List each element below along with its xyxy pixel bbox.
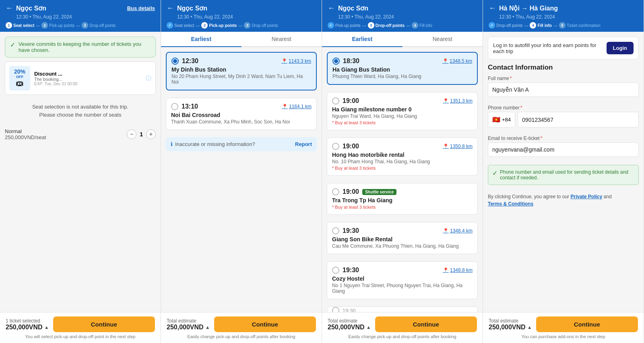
private-policy-link[interactable]: Private Policy — [570, 194, 602, 199]
panel2-estimate-label: Total estimate — [167, 318, 210, 324]
step1-label: Seat select — [13, 23, 34, 28]
radio-1 — [171, 58, 179, 65]
vexere-notice: ✓ Vexere commits to keeping the number o… — [5, 37, 156, 58]
bus-details-link[interactable]: Bus details — [127, 5, 155, 11]
login-prompt: Log in to autofill your info and earn po… — [488, 37, 639, 60]
flag-icon: 🇻🇳 — [492, 116, 500, 123]
check-notice-icon: ✓ — [492, 169, 497, 177]
dropoff-location-6[interactable]: 19:30 📍1348.8 km Cozy Hostel No 1 Nguyen… — [327, 261, 478, 299]
panel1-chevron[interactable]: ▲ — [44, 325, 49, 330]
country-code: +84 — [502, 117, 511, 123]
dropoff5-time: 19:30 — [343, 227, 359, 234]
panel4-continue-btn[interactable]: Continue — [536, 316, 638, 332]
panel4-chevron[interactable]: ▲ — [527, 325, 532, 330]
step3-fillinfo-circle: 4 — [412, 22, 418, 29]
step2-dropoff: 3 Drop-off points — [244, 22, 278, 29]
pickup-location-2[interactable]: 13:10 📍1164.1 km Noi Bai Crossroad Thanh… — [166, 98, 317, 130]
decrease-seat-btn[interactable]: − — [127, 129, 136, 139]
login-button[interactable]: Login — [607, 42, 634, 54]
panel4-title: Hà Nội → Hà Giang — [499, 4, 558, 12]
panel1-header: ← Ngọc Sơn Bus details 12:30 • Thu, Aug … — [0, 0, 161, 32]
panel3-continue-btn[interactable]: Continue — [375, 316, 477, 332]
dropoff-location-4[interactable]: 19:00 Shuttle service Tra Trong Tp Ha Gi… — [327, 183, 478, 215]
phone-input[interactable] — [518, 112, 639, 127]
step4-confirm: 5 Ticket confirmation — [559, 22, 601, 29]
panel1-price: 250,000VND — [6, 324, 43, 331]
panel2-chevron[interactable]: ▲ — [205, 325, 210, 330]
back-button-1[interactable]: ← — [6, 4, 13, 12]
back-button-3[interactable]: ← — [328, 4, 335, 12]
pin-icon-d2: 📍 — [443, 98, 449, 104]
phone-country-selector[interactable]: 🇻🇳 +84 — [488, 112, 515, 127]
dropoff2-name: Ha Giang milestone number 0 — [332, 106, 473, 113]
policy-text-block: By clicking Continue, you agree to our P… — [488, 193, 639, 207]
panel2-steps: ✓ Seat select — 2 Pick-up points — 3 Dro… — [167, 22, 316, 29]
step4-dropoff-label: Drop-off points — [496, 23, 522, 28]
tab-nearest-2[interactable]: Nearest — [242, 32, 322, 47]
dropoff-location-3[interactable]: 19:00 📍1350.8 km Hong Hao motorbike rent… — [327, 138, 478, 176]
dropoff2-min: * Buy at least 3 tickets — [332, 120, 473, 125]
seat-stepper: − 1 + — [127, 129, 156, 139]
pin-icon-d6: 📍 — [443, 267, 449, 273]
dropoff-location-2[interactable]: 19:00 📍1351.3 km Ha Giang milestone numb… — [327, 92, 478, 130]
email-input[interactable] — [488, 142, 639, 157]
panel3-tabs: Earliest Nearest — [322, 32, 483, 47]
panel4-subtitle: 12:30 • Thu, Aug 22, 2024 — [499, 14, 638, 20]
loc2-dist: 📍1164.1 km — [282, 104, 312, 109]
step3-fillinfo-label: Fill info — [419, 23, 432, 28]
step4-confirm-label: Ticket confirmation — [567, 23, 601, 28]
tab-nearest-3[interactable]: Nearest — [402, 32, 483, 47]
dropoff-radio-4 — [332, 188, 339, 195]
shuttle-badge: Shuttle service — [362, 189, 396, 195]
dropoff5-dist: 📍1348.4 km — [443, 228, 473, 234]
step2-circle: 2 — [41, 22, 48, 29]
discount-off: OFF — [12, 75, 28, 79]
phone-email-notice: ✓ Phone number and email used for sendin… — [488, 165, 639, 185]
phone-label: Phone number * — [488, 105, 639, 111]
panel2-subtitle: 12:30 • Thu, Aug 22, 2024 — [177, 14, 316, 20]
discount-badge: 20% OFF 🎟 — [9, 66, 30, 90]
panel3-subtitle: 12:30 • Thu, Aug 22, 2024 — [338, 14, 477, 20]
dropoff-radio-5 — [332, 227, 339, 234]
radio-2 — [171, 103, 178, 110]
dropoff2-time: 19:00 — [343, 97, 359, 105]
dropoff-location-5[interactable]: 19:30 📍1348.4 km Giang Son Bike Rental C… — [327, 222, 478, 254]
dropoff5-name: Giang Son Bike Rental — [332, 236, 473, 242]
step4-fillinfo: 4 Fill info — [530, 22, 552, 29]
step3-dropoff: 3 Drop-off points — [368, 22, 405, 29]
panel3-steps: ✓ Pick-up points — 3 Drop-off points — 4… — [328, 22, 477, 29]
panel3-chevron[interactable]: ▲ — [366, 325, 371, 330]
step4-dropoff-circle: ✓ — [489, 22, 495, 29]
step-seat-select: 1 Seat select — [6, 22, 34, 29]
discount-info-icon[interactable]: ⓘ — [146, 75, 151, 82]
dropoff-location-1[interactable]: 18:30 📍1348.5 km Ha Giang Bus Station Ph… — [327, 52, 478, 85]
dropoff3-time: 19:00 — [343, 143, 359, 150]
report-link[interactable]: Report — [295, 141, 312, 147]
panel2-price: 250,000VND — [167, 324, 204, 331]
panel2-continue-btn[interactable]: Continue — [214, 316, 316, 332]
dropoff-radio-2 — [332, 97, 339, 105]
info-icon-report: ℹ — [171, 141, 173, 147]
back-button-2[interactable]: ← — [167, 4, 174, 12]
tab-earliest-2[interactable]: Earliest — [161, 32, 242, 47]
panel-pickup-points: ← Ngọc Sơn 12:30 • Thu, Aug 22, 2024 ✓ S… — [161, 0, 322, 343]
terms-conditions-link[interactable]: Terms & Conditions — [488, 201, 533, 207]
panel4-header: ← Hà Nội → Hà Giang 12:30 • Thu, Aug 22,… — [483, 0, 644, 32]
increase-seat-btn[interactable]: + — [146, 129, 156, 139]
pickup-location-1[interactable]: 12:30 📍1143.3 km My Dinh Bus Station No … — [166, 52, 317, 90]
dropoff1-time: 18:30 — [343, 58, 359, 65]
dropoff1-dist: 📍1348.5 km — [442, 58, 472, 64]
tab-earliest-3[interactable]: Earliest — [322, 32, 402, 47]
step3-label: Drop-off points — [89, 23, 116, 28]
seat-selector: Normal 250,000VND/seat − 1 + — [5, 127, 156, 140]
full-name-input[interactable] — [488, 82, 639, 97]
loc1-name: My Dinh Bus Station — [171, 66, 311, 73]
loc2-name: Noi Bai Crossroad — [171, 112, 312, 118]
policy-prefix: By clicking Continue, you agree to our — [488, 194, 569, 199]
dropoff4-name: Tra Trong Tp Ha Giang — [332, 197, 473, 203]
discount-box: 20% OFF 🎟 Discount ... The booking... EX… — [5, 62, 156, 95]
back-button-4[interactable]: ← — [489, 4, 496, 12]
panel1-continue-btn[interactable]: Continue — [53, 316, 155, 332]
step3-dropoff-label: Drop-off points — [376, 23, 405, 28]
discount-info: Discount ... The booking... EXP: Tue, De… — [34, 71, 142, 86]
